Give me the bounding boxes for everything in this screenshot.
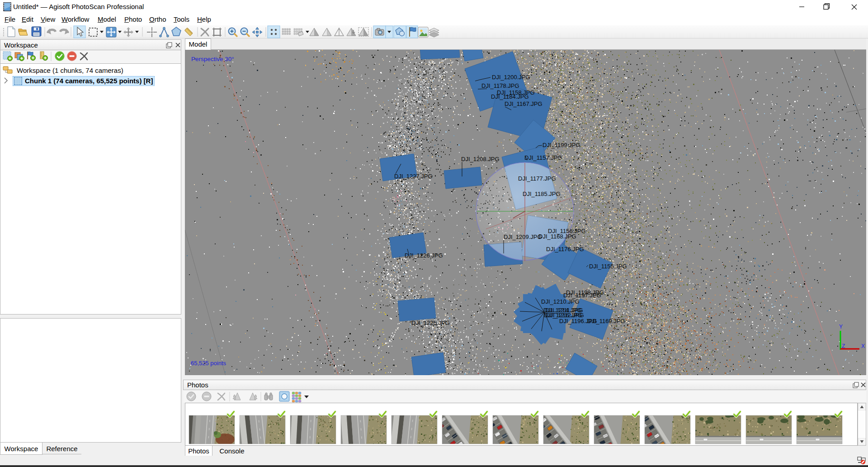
svg-text:DJI_1155.JPG: DJI_1155.JPG bbox=[589, 263, 627, 270]
svg-text:DJI_1167.JPG: DJI_1167.JPG bbox=[505, 100, 542, 107]
svg-text:DJI_1199.JPG: DJI_1199.JPG bbox=[542, 142, 580, 148]
svg-text:DJI_1227.JPG: DJI_1227.JPG bbox=[394, 173, 433, 180]
svg-text:Y: Y bbox=[839, 324, 843, 330]
svg-text:DJI_1185.JPG: DJI_1185.JPG bbox=[523, 191, 561, 197]
svg-text:DJI_1177.JPG: DJI_1177.JPG bbox=[518, 175, 556, 182]
svg-text:DJI_1184.JPG: DJI_1184.JPG bbox=[491, 93, 529, 100]
svg-text:DJI_1225.JPG: DJI_1225.JPG bbox=[411, 319, 450, 326]
svg-text:Z: Z bbox=[842, 343, 845, 349]
svg-text:DJI_1157.JPG: DJI_1157.JPG bbox=[524, 154, 562, 161]
svg-text:DJI_1210.JPG: DJI_1210.JPG bbox=[541, 298, 580, 305]
svg-text:DJI_1168.JPG: DJI_1168.JPG bbox=[538, 233, 576, 240]
svg-text:65,525 points: 65,525 points bbox=[191, 360, 226, 367]
svg-text:X: X bbox=[861, 343, 865, 349]
svg-text:DJI_1209.JPG: DJI_1209.JPG bbox=[504, 234, 542, 240]
svg-text:DJI_1176.JPG: DJI_1176.JPG bbox=[546, 246, 584, 253]
svg-text:DJI_1169.JPG: DJI_1169.JPG bbox=[587, 318, 625, 324]
svg-text:DJI_1226.JPG: DJI_1226.JPG bbox=[405, 252, 443, 259]
svg-text:DJI_1208.JPG: DJI_1208.JPG bbox=[461, 156, 500, 162]
svg-text:DJI_1197.JPG: DJI_1197.JPG bbox=[563, 292, 601, 299]
svg-text:DJI_1178.JPG: DJI_1178.JPG bbox=[481, 82, 519, 89]
svg-text:Perspective 30°: Perspective 30° bbox=[191, 56, 234, 62]
svg-text:DJI_1200.JPG: DJI_1200.JPG bbox=[492, 74, 530, 81]
